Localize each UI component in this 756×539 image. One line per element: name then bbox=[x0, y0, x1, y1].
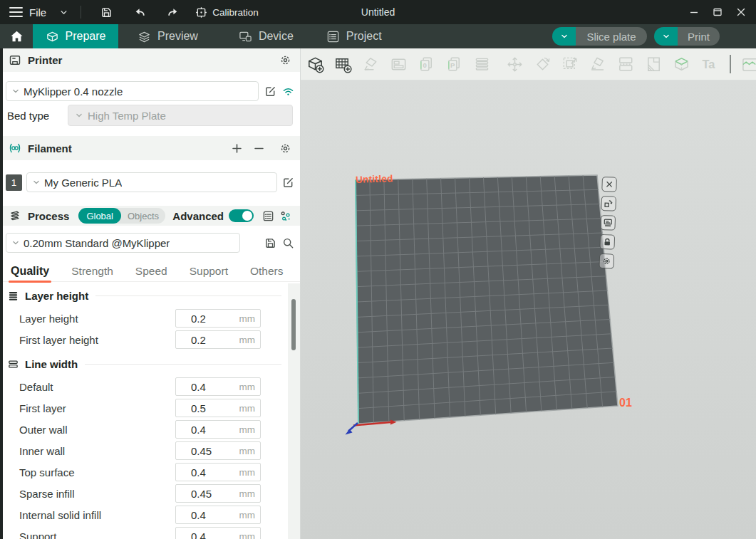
outer-wall-input[interactable]: mm bbox=[175, 420, 261, 439]
add-object-button[interactable] bbox=[304, 53, 326, 75]
scope-objects-button[interactable]: Objects bbox=[121, 211, 165, 221]
printer-settings-button[interactable] bbox=[279, 54, 291, 67]
add-plate-button[interactable] bbox=[332, 53, 353, 75]
default-line-width-input[interactable]: mm bbox=[175, 377, 261, 396]
redo-button[interactable] bbox=[164, 4, 180, 20]
tab-strength[interactable]: Strength bbox=[71, 265, 114, 278]
first-layer-line-width-input[interactable]: mm bbox=[175, 399, 261, 417]
edit-filament-button[interactable] bbox=[281, 176, 294, 189]
filament-section-header: Filament bbox=[0, 136, 300, 160]
close-button[interactable] bbox=[729, 0, 752, 24]
scale-tool-button[interactable] bbox=[559, 53, 581, 75]
calibration-button[interactable]: Calibration bbox=[195, 6, 259, 19]
tab-others[interactable]: Others bbox=[249, 265, 284, 278]
main-tabbar: Prepare Preview Device Project Slice pla… bbox=[0, 24, 756, 48]
plate-gear-button[interactable] bbox=[599, 253, 614, 269]
add-filament-button[interactable] bbox=[230, 142, 243, 155]
home-button[interactable] bbox=[0, 24, 33, 48]
print-options-dropdown[interactable] bbox=[654, 27, 678, 46]
internal-solid-infill-input[interactable]: mm bbox=[175, 506, 261, 524]
slice-options-dropdown[interactable] bbox=[552, 27, 576, 46]
rotate-tool-button[interactable] bbox=[532, 53, 553, 75]
scrollbar-thumb[interactable] bbox=[291, 299, 296, 350]
auto-arrange-button[interactable] bbox=[360, 53, 381, 75]
tab-prepare[interactable]: Prepare bbox=[33, 24, 118, 48]
variable-layer-height-button[interactable] bbox=[643, 53, 664, 75]
tab-quality[interactable]: Quality bbox=[10, 265, 50, 278]
value-input[interactable] bbox=[176, 334, 227, 346]
filament-preset-select[interactable]: My Generic PLA bbox=[26, 172, 277, 192]
stack-objects-button[interactable] bbox=[471, 53, 492, 75]
inner-wall-input[interactable]: mm bbox=[175, 441, 261, 460]
value-input[interactable] bbox=[176, 402, 227, 414]
layer-height-icon bbox=[7, 290, 19, 302]
tab-project[interactable]: Project bbox=[326, 24, 382, 48]
maximize-button[interactable] bbox=[705, 0, 729, 24]
save-button[interactable] bbox=[98, 4, 114, 20]
bed-type-label: Bed type bbox=[7, 110, 68, 122]
mesh-cube-button[interactable] bbox=[670, 53, 692, 75]
filament-preset-value: My Generic PLA bbox=[44, 177, 122, 189]
advanced-toggle[interactable] bbox=[229, 209, 254, 222]
sparse-infill-input[interactable]: mm bbox=[175, 484, 261, 503]
viewport-3d-canvas[interactable]: Untitled 01 bbox=[301, 80, 756, 539]
plate-settings-button[interactable] bbox=[600, 215, 616, 231]
minimize-button[interactable] bbox=[682, 0, 705, 24]
process-preset-select[interactable]: 0.20mm Standard @MyKlipper bbox=[6, 233, 240, 253]
value-input[interactable] bbox=[176, 488, 227, 500]
first-layer-height-input[interactable]: mm bbox=[175, 330, 261, 349]
tab-label: Project bbox=[346, 30, 382, 43]
remove-filament-button[interactable] bbox=[252, 142, 265, 155]
value-input[interactable] bbox=[176, 313, 227, 325]
arrange-plate-button[interactable] bbox=[601, 196, 616, 211]
layer-height-input[interactable]: mm bbox=[175, 309, 261, 328]
filament-settings-button[interactable] bbox=[279, 142, 291, 155]
split-object-button[interactable] bbox=[615, 53, 636, 75]
value-input[interactable] bbox=[176, 445, 227, 457]
value-input[interactable] bbox=[176, 424, 227, 436]
edit-printer-button[interactable] bbox=[264, 85, 276, 98]
file-menu-button[interactable]: File bbox=[0, 0, 78, 24]
tab-support[interactable]: Support bbox=[189, 265, 229, 278]
search-settings-button[interactable] bbox=[281, 236, 294, 249]
hamburger-icon bbox=[9, 6, 23, 18]
place-on-face-button[interactable] bbox=[587, 53, 609, 75]
print-button[interactable]: Print bbox=[678, 27, 720, 46]
delete-plate-button[interactable] bbox=[601, 177, 617, 192]
tab-device[interactable]: Device bbox=[239, 24, 294, 48]
doc-zero-button[interactable]: 0 bbox=[415, 53, 437, 75]
fine-tune-button[interactable] bbox=[279, 209, 291, 222]
top-surface-input[interactable]: mm bbox=[175, 463, 261, 481]
build-plate[interactable] bbox=[301, 80, 756, 539]
printer-preset-select[interactable]: MyKlipper 0.4 nozzle bbox=[6, 81, 259, 101]
text-tool-button[interactable]: Ta bbox=[698, 53, 720, 75]
process-tabs: Quality Strength Speed Support Others bbox=[0, 261, 300, 282]
bed-type-select[interactable]: High Temp Plate bbox=[68, 105, 293, 126]
process-icon bbox=[9, 209, 21, 222]
group-title: Layer height bbox=[25, 290, 88, 302]
arrange-icon bbox=[604, 199, 613, 208]
support-line-width-input[interactable]: mm bbox=[175, 527, 261, 539]
lock-icon bbox=[603, 237, 612, 246]
doc-p-button[interactable]: P bbox=[443, 53, 465, 75]
value-input[interactable] bbox=[176, 530, 227, 539]
unit-label: mm bbox=[239, 424, 261, 435]
split-window-button[interactable] bbox=[388, 53, 409, 75]
value-input[interactable] bbox=[176, 381, 227, 393]
scope-global-button[interactable]: Global bbox=[78, 208, 121, 224]
svg-text:P: P bbox=[450, 61, 455, 69]
tab-preview[interactable]: Preview bbox=[138, 24, 198, 48]
settings-scrollbar[interactable] bbox=[288, 283, 300, 539]
save-preset-button[interactable] bbox=[264, 236, 276, 249]
wifi-connection-button[interactable] bbox=[281, 85, 294, 98]
value-input[interactable] bbox=[176, 466, 227, 478]
preview-layers-icon bbox=[138, 30, 151, 43]
tab-speed[interactable]: Speed bbox=[135, 265, 168, 278]
assembly-button[interactable] bbox=[740, 53, 756, 75]
move-tool-button[interactable] bbox=[504, 53, 525, 75]
parameter-list-button[interactable] bbox=[262, 209, 274, 222]
lock-plate-button[interactable] bbox=[599, 234, 615, 250]
undo-button[interactable] bbox=[133, 4, 148, 20]
value-input[interactable] bbox=[176, 509, 227, 521]
slice-plate-button[interactable]: Slice plate bbox=[576, 27, 647, 46]
